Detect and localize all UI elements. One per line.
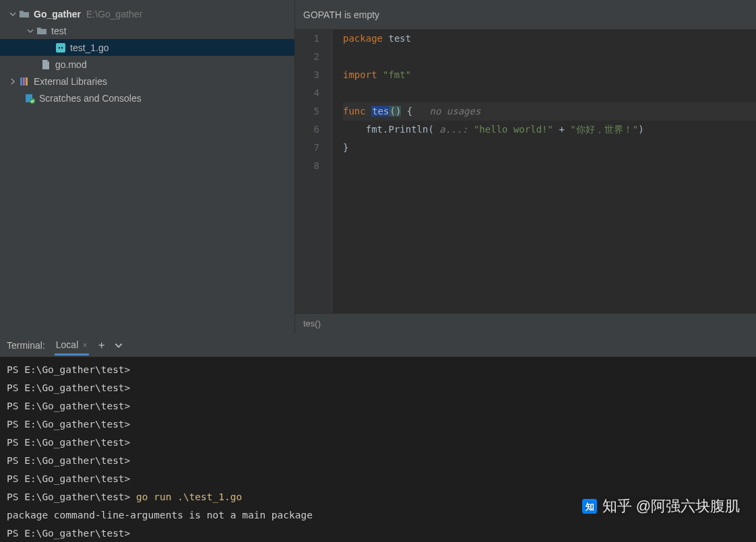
line-number[interactable]: 7 [295,139,319,157]
watermark-text: 知乎 @阿强六块腹肌 [602,496,740,516]
terminal-tabs[interactable]: Terminal: Local × + [0,334,756,357]
func-parens: () [389,106,401,116]
string-lit: "你好，世界！" [570,124,638,135]
gutter[interactable]: 1 2 3 4 5 6 7 8 [295,30,332,313]
usage-hint: no usages [429,106,480,116]
warning-text: GOPATH is empty [303,9,379,20]
terminal-line: PS E:\Go_gather\test> [7,397,749,415]
terminal-tab-label: Local [56,339,78,350]
library-icon [19,76,30,87]
tree-external-libs[interactable]: External Libraries [0,73,294,90]
line-number[interactable]: 2 [295,48,319,66]
terminal-tab-local[interactable]: Local × [55,335,89,355]
project-name: Go_gather [34,9,81,20]
kw-import: import [343,69,377,80]
zhihu-icon: 知 [582,499,597,514]
terminal-line: PS E:\Go_gather\test> [7,452,749,470]
chevron-down-icon[interactable] [115,341,123,349]
param-hint: a...: [439,124,468,135]
chevron-right-icon [9,78,16,85]
watermark: 知 知乎 @阿强六块腹肌 [582,496,740,516]
kw-func: func [343,106,366,116]
terminal-line: PS E:\Go_gather\test> [7,470,749,488]
line-number[interactable]: 3 [295,66,319,84]
func-name: tes [371,106,389,116]
chevron-down-icon [27,28,34,34]
terminal-title: Terminal: [7,340,45,351]
breadcrumb[interactable]: tes() [295,313,756,333]
chevron-down-icon [9,11,16,18]
import-path: "fmt" [383,69,411,80]
editor: GOPATH is empty 1 2 3 4 5 6 7 8 package … [295,0,756,333]
folder-label: test [51,26,67,36]
close-icon[interactable]: × [82,340,88,350]
line-number[interactable]: 8 [295,157,319,175]
plus-icon[interactable]: + [98,339,105,352]
file-label: go.mod [55,59,87,70]
line-number[interactable]: 4 [295,84,319,102]
tree-scratches[interactable]: Scratches and Consoles [0,90,294,106]
line-number[interactable]: 5 [295,102,319,121]
project-path: E:\Go_gather [86,9,142,20]
svg-point-2 [61,46,63,48]
call-obj: fmt [366,124,383,135]
svg-rect-3 [20,77,22,86]
svg-rect-4 [23,77,25,86]
code-area[interactable]: package test import "fmt" func tes() { n… [332,30,756,313]
terminal-line: PS E:\Go_gather\test> [7,361,749,379]
folder-icon [36,26,47,36]
svg-rect-0 [56,43,65,53]
tree-root[interactable]: Go_gather E:\Go_gather [0,5,294,22]
svg-text:知: 知 [584,502,594,512]
line-number[interactable]: 1 [295,30,319,48]
go-file-icon [55,42,66,53]
svg-rect-5 [26,77,28,86]
brace: } [343,142,348,153]
tree-file-test1[interactable]: test_1.go [0,39,294,56]
terminal-line: PS E:\Go_gather\test> [7,434,749,452]
line-number[interactable]: 6 [295,121,319,139]
tree-folder-test[interactable]: test [0,22,294,39]
terminal-line: PS E:\Go_gather\test> [7,524,749,542]
svg-point-1 [59,46,60,48]
folder-icon [19,9,30,20]
file-label: test_1.go [70,42,109,53]
scratches-label: Scratches and Consoles [39,93,141,104]
brace: { [407,106,412,116]
gomod-file-icon [40,59,51,70]
terminal-command: go run .\test_1.go [136,492,242,502]
pkg-name: test [388,33,411,44]
crumb-text: tes() [303,318,321,329]
gopath-warning[interactable]: GOPATH is empty [295,0,756,30]
scratch-icon [24,93,35,104]
call-fn: Println [388,124,428,135]
svg-point-7 [30,98,35,104]
terminal-line: PS E:\Go_gather\test> [7,379,749,397]
tree-file-gomod[interactable]: go.mod [0,56,294,73]
kw-package: package [343,33,383,44]
external-libs-label: External Libraries [34,76,107,87]
terminal-line: PS E:\Go_gather\test> [7,415,749,434]
string-lit: "hello world!" [474,124,553,135]
project-tree[interactable]: Go_gather E:\Go_gather test test_1.go go… [0,0,295,333]
